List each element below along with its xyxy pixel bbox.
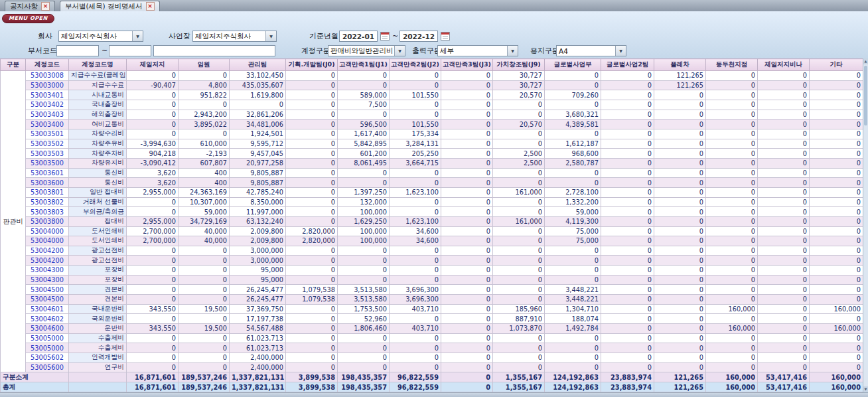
vertical-scrollbar[interactable]: ▲ ▼ bbox=[863, 58, 868, 392]
value-cell: 0 bbox=[441, 343, 493, 353]
period-to-input[interactable] bbox=[399, 31, 438, 42]
table-row[interactable]: 53003400여비교통비03,895,02234,481,0060596,50… bbox=[1, 119, 863, 129]
value-cell: 101,550 bbox=[390, 90, 441, 100]
value-cell: 3,680,321 bbox=[545, 110, 601, 119]
tab-expense-report[interactable]: 부서별(세목) 경비명세서 × bbox=[60, 1, 160, 11]
close-icon[interactable]: × bbox=[146, 2, 155, 11]
site-select[interactable]: 제일저지주식회사 ▼ bbox=[192, 31, 277, 42]
table-row[interactable]: 53003403해외출장비02,943,20032,861,206000003,… bbox=[1, 110, 863, 119]
value-cell: 0 bbox=[441, 295, 493, 305]
calendar-icon[interactable] bbox=[441, 32, 450, 40]
dept-code-to-input[interactable] bbox=[109, 45, 151, 56]
dept-code-label: 부서코드 bbox=[28, 45, 57, 57]
table-row[interactable]: 53004300포장비0095,00000000000000 bbox=[1, 266, 863, 276]
value-cell: 0 bbox=[758, 353, 810, 363]
account-code-cell: 53003803 bbox=[26, 207, 69, 217]
value-cell: 0 bbox=[810, 178, 863, 188]
scrollbar-thumb[interactable] bbox=[864, 66, 867, 125]
table-row[interactable]: 53003802거래처 선물비010,307,0008,350,0000132,… bbox=[1, 197, 863, 207]
table-row[interactable]: 53004500견본비0026,245,4771,079,5383,513,58… bbox=[1, 285, 863, 295]
value-cell: 0 bbox=[706, 158, 758, 168]
value-cell: 0 bbox=[810, 187, 863, 197]
value-cell: 0 bbox=[810, 333, 863, 343]
output-type-select[interactable]: 세부 ▼ bbox=[437, 45, 518, 56]
scroll-up-icon[interactable]: ▲ bbox=[863, 58, 868, 64]
company-select[interactable]: 제일저지주식회사 ▼ bbox=[58, 31, 143, 42]
account-code-cell: 53004000 bbox=[26, 236, 69, 246]
table-row[interactable]: 53003500차량유지비-3,090,412607,80720,977,258… bbox=[1, 158, 863, 168]
menu-open-button[interactable]: MENU OPEN bbox=[2, 14, 54, 23]
table-row[interactable]: 53005602인력개발비002,400,00000000000000 bbox=[1, 353, 863, 363]
tab-notice[interactable]: 공지사항 × bbox=[5, 1, 55, 11]
table-row[interactable]: 53003402국내출장비00007,500000000000 bbox=[1, 100, 863, 110]
table-row[interactable]: 53003601통신비3,6204009,805,88700000000000 bbox=[1, 168, 863, 178]
value-cell: 1,332,200 bbox=[545, 197, 601, 207]
value-cell: 0 bbox=[390, 266, 441, 276]
period-from-input[interactable] bbox=[339, 31, 378, 42]
table-row[interactable]: 53004000도서인쇄비2,700,00040,0002,009,8002,8… bbox=[1, 236, 863, 246]
value-cell: 0 bbox=[286, 246, 338, 256]
value-cell: 61,023,713 bbox=[230, 343, 286, 353]
table-row[interactable]: 53003501차량수리비001,924,50101,617,400175,33… bbox=[1, 129, 863, 139]
value-cell: 0 bbox=[390, 246, 441, 256]
value-cell: 0 bbox=[286, 158, 338, 168]
account-type-label: 계정구분 bbox=[301, 45, 330, 57]
table-row[interactable]: 53005000수출제비0061,023,71300000000000 bbox=[1, 343, 863, 353]
table-row[interactable]: 53004300포장비0095,00000000000000 bbox=[1, 275, 863, 285]
value-cell: 0 bbox=[654, 266, 706, 276]
value-cell: 198,435,357 bbox=[338, 382, 390, 392]
value-cell: 19,500 bbox=[179, 324, 230, 334]
table-row[interactable]: 53003401시내교통비0951,8221,619,8000589,00010… bbox=[1, 90, 863, 100]
close-icon[interactable]: × bbox=[41, 2, 50, 11]
paper-type-select[interactable]: A4 ▼ bbox=[556, 45, 626, 56]
horizontal-scrollbar[interactable] bbox=[0, 392, 868, 397]
dept-code-from-input[interactable] bbox=[56, 45, 99, 56]
table-row[interactable]: 53004602국외운반비0017,197,738052,96000887,91… bbox=[1, 314, 863, 324]
value-cell: 0 bbox=[441, 226, 493, 236]
value-cell: 0 bbox=[654, 207, 706, 217]
table-row[interactable]: 53005000수출제비0061,023,71300000000000 bbox=[1, 333, 863, 343]
value-cell: 0 bbox=[441, 216, 493, 226]
value-cell: 175,334 bbox=[390, 129, 441, 139]
value-cell: 0 bbox=[810, 119, 863, 129]
grand-total-row[interactable]: 총계16,871,601189,537,2461,337,821,1313,89… bbox=[1, 382, 863, 392]
dept-name-input[interactable] bbox=[153, 45, 275, 56]
table-row[interactable]: 53003000지급수수료-90,4074,800435,035,6070000… bbox=[1, 80, 863, 90]
table-row[interactable]: 53004200광고선전비003,000,00000000000000 bbox=[1, 246, 863, 256]
table-row[interactable]: 53003502차량주유비-3,994,630610,0009,595,7120… bbox=[1, 139, 863, 149]
table-row[interactable]: 53004600운반비343,55019,50054,567,48801,806… bbox=[1, 324, 863, 334]
table-row[interactable]: 53003801일반 접대비2,955,00024,363,16942,785,… bbox=[1, 187, 863, 197]
calendar-icon[interactable] bbox=[380, 32, 390, 40]
value-cell: 0 bbox=[706, 353, 758, 363]
value-cell: 0 bbox=[493, 343, 545, 353]
value-cell: 2,400,000 bbox=[230, 362, 286, 372]
value-cell: 0 bbox=[601, 216, 654, 226]
table-row[interactable]: 53004500견본비0026,245,4771,079,5383,513,58… bbox=[1, 295, 863, 305]
table-row[interactable]: 53003803부의금/축의금059,00011,997,0000100,000… bbox=[1, 207, 863, 217]
table-row[interactable]: 53003800접대비2,955,00034,729,16963,132,240… bbox=[1, 216, 863, 226]
table-row[interactable]: 판관비53003008지급수수료(클레임)0033,102,450000030,… bbox=[1, 71, 863, 81]
value-cell: 0 bbox=[441, 178, 493, 188]
table-row[interactable]: 53004200광고선전비003,000,00000000000000 bbox=[1, 256, 863, 266]
value-cell: 95,000 bbox=[230, 275, 286, 285]
table-row[interactable]: 53005600연구비002,400,00000000000000 bbox=[1, 362, 863, 372]
value-cell: 0 bbox=[654, 129, 706, 139]
value-cell: 0 bbox=[286, 216, 338, 226]
table-row[interactable]: 53003503차량주차비904,218-2,1939,457,0450601,… bbox=[1, 149, 863, 159]
value-cell: 0 bbox=[601, 285, 654, 295]
value-cell: 0 bbox=[545, 266, 601, 276]
select-value: A4 bbox=[557, 47, 568, 55]
account-name-cell: 차량주차비 bbox=[69, 149, 127, 159]
subtotal-row[interactable]: 구분소계16,871,601189,537,2461,337,821,1313,… bbox=[1, 372, 863, 382]
scroll-down-icon[interactable]: ▼ bbox=[863, 386, 868, 392]
table-row[interactable]: 53004601국내운반비343,55019,50037,369,75001,7… bbox=[1, 304, 863, 314]
value-cell: 121,265 bbox=[654, 372, 706, 382]
table-row[interactable]: 53003600통신비3,6204009,805,88700000000000 bbox=[1, 178, 863, 188]
value-cell: 951,822 bbox=[179, 90, 230, 100]
value-cell: 0 bbox=[601, 158, 654, 168]
value-cell: 0 bbox=[706, 266, 758, 276]
value-cell: -90,407 bbox=[127, 80, 179, 90]
account-type-select[interactable]: 판매비와일반관리비 ▼ bbox=[328, 45, 405, 56]
table-row[interactable]: 53004000도서인쇄비2,700,00040,0002,009,8002,8… bbox=[1, 226, 863, 236]
value-cell: 2,009,800 bbox=[230, 226, 286, 236]
